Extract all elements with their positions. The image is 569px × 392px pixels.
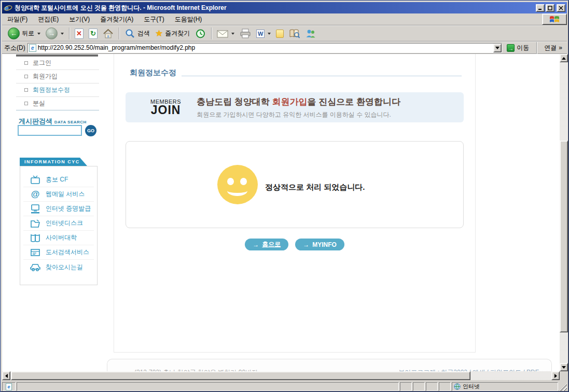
sidebar-item-signup[interactable]: 회원가입 <box>16 70 99 83</box>
info-item-cyber-university[interactable]: 사이버대학 <box>23 231 94 245</box>
mail-button[interactable] <box>214 26 237 41</box>
info-item-internet-disk[interactable]: 인터넷디스크 <box>23 216 94 231</box>
info-item-library-search[interactable]: 도서검색서비스 <box>23 245 94 260</box>
status-pane <box>426 382 438 391</box>
info-item-label: 찾아오시는길 <box>46 263 83 272</box>
sidebar-item-lost[interactable]: 분실 <box>16 97 99 110</box>
favorites-label: 즐겨찾기 <box>165 29 190 38</box>
scroll-left-button[interactable] <box>2 371 10 380</box>
search-button[interactable]: 검색 <box>122 26 152 41</box>
menu-bar: 파일(F) 편집(E) 보기(V) 즐겨찾기(A) 도구(T) 도움말(H) <box>2 13 567 25</box>
forward-button[interactable]: → <box>43 26 66 41</box>
toolbar-separator <box>119 27 119 39</box>
scroll-down-button[interactable] <box>560 363 568 371</box>
word-icon: W <box>256 30 265 38</box>
messenger-button[interactable] <box>302 26 319 41</box>
address-bar: 주소(D) e → 이동 연결 » <box>2 42 567 54</box>
info-item-promo-cf[interactable]: 홍보 CF <box>23 173 94 187</box>
scroll-up-button[interactable] <box>560 54 568 62</box>
vertical-scroll-thumb[interactable] <box>560 141 568 332</box>
board-search-go-button[interactable]: GO <box>85 125 96 136</box>
mail-icon <box>217 30 228 38</box>
board-search-input[interactable] <box>18 125 82 136</box>
status-document-pane: e <box>2 382 16 391</box>
zone-label: 인터넷 <box>463 383 480 390</box>
status-pane <box>413 382 425 391</box>
vertical-scrollbar[interactable] <box>560 54 568 371</box>
sidebar-item-modify-info[interactable]: 회원정보수정 <box>16 83 99 97</box>
back-dropdown-icon[interactable] <box>37 33 40 35</box>
menu-view[interactable]: 보기(V) <box>69 15 90 24</box>
members-join-banner: MEMBERS JOIN 충남도립 청양대학 회원가입을 진심으로 환영합니다 … <box>126 92 464 122</box>
myinfo-pill-button[interactable]: → MYINFO <box>295 239 344 250</box>
resize-grip[interactable] <box>559 383 567 391</box>
sidebar-item-login[interactable]: 로그인 <box>16 57 99 70</box>
search-icon <box>124 29 135 39</box>
home-icon <box>103 29 114 39</box>
history-icon <box>195 29 206 39</box>
book-icon <box>30 233 40 243</box>
mail-dropdown-icon[interactable] <box>231 33 234 35</box>
back-label: 뒤로 <box>22 29 34 38</box>
address-input[interactable] <box>38 44 494 52</box>
go-label: 이동 <box>517 44 529 52</box>
edit-word-button[interactable]: W <box>254 26 273 41</box>
stop-button[interactable]: ✕ <box>72 26 86 41</box>
info-item-certificates[interactable]: 인터넷 증명발급 <box>23 202 94 216</box>
back-button[interactable]: ← 뒤로 <box>5 26 43 41</box>
print-icon <box>240 29 251 38</box>
status-message-pane <box>17 382 399 391</box>
horizontal-scrollbar[interactable] <box>2 371 560 380</box>
history-button[interactable] <box>192 26 209 41</box>
refresh-button[interactable]: ↻ <box>86 26 100 41</box>
address-label: 주소(D) <box>4 44 25 52</box>
toolbar-separator <box>211 27 212 39</box>
members-join-logo: MEMBERS JOIN <box>150 99 181 116</box>
research-button[interactable] <box>286 26 302 41</box>
home-pill-button[interactable]: → 홈으로 <box>245 239 288 250</box>
scroll-right-button[interactable] <box>551 371 560 380</box>
links-button[interactable]: 연결 » <box>542 43 565 53</box>
svg-text:e: e <box>5 4 9 11</box>
menu-tools[interactable]: 도구(T) <box>144 15 164 24</box>
address-dropdown-button[interactable] <box>493 44 502 52</box>
forward-dropdown-icon[interactable] <box>61 33 64 35</box>
square-bullet-icon <box>24 75 28 78</box>
tv-icon <box>30 175 40 185</box>
favorites-button[interactable]: ★ 즐겨찾기 <box>152 26 192 41</box>
info-item-webmail[interactable]: @ 웹메일 서비스 <box>23 187 94 202</box>
menu-help[interactable]: 도움말(H) <box>175 15 202 24</box>
close-button[interactable] <box>557 4 565 12</box>
action-buttons: → 홈으로 → MYINFO <box>126 239 464 250</box>
banner-title-post: 을 진심으로 환영합니다 <box>308 97 400 107</box>
edit-dropdown-icon[interactable] <box>268 33 271 35</box>
menu-file[interactable]: 파일(F) <box>7 15 27 24</box>
ie-logo-icon: e <box>4 4 12 12</box>
address-field[interactable]: e <box>27 43 503 53</box>
minimize-button[interactable] <box>536 4 545 12</box>
result-message-box: 정상적으로 처리 되었습니다. <box>126 141 464 228</box>
maximize-button[interactable] <box>546 4 554 12</box>
status-pane <box>439 382 451 391</box>
links-label: 연결 <box>544 44 557 52</box>
page-footer: (312-702) 충남 청양군 청양읍 벽천리 90번지 뷰어프로그램 : 한… <box>107 359 552 371</box>
discuss-button[interactable] <box>273 26 286 41</box>
page-favicon-icon: e <box>29 44 36 52</box>
windows-flag-icon <box>549 14 560 24</box>
banner-text: 충남도립 청양대학 회원가입을 진심으로 환영합니다 회원으로 가입하시면 다양… <box>197 96 400 119</box>
go-button[interactable]: → 이동 <box>504 43 532 53</box>
home-button[interactable] <box>100 26 116 41</box>
menu-favorites[interactable]: 즐겨찾기(A) <box>100 15 133 24</box>
menu-edit[interactable]: 편집(E) <box>38 15 59 24</box>
banner-title-emphasis: 회원가입 <box>272 97 308 107</box>
folder-icon <box>30 219 40 228</box>
main-content: 회원정보수정 MEMBERS JOIN 충남도립 청양대학 회원가입을 진심으로… <box>114 54 476 353</box>
square-bullet-icon <box>24 102 28 105</box>
links-chevron-icon: » <box>559 44 562 51</box>
horizontal-scroll-thumb[interactable] <box>11 371 470 380</box>
arrow-right-icon: → <box>253 241 259 248</box>
stop-icon: ✕ <box>75 29 84 39</box>
info-item-directions[interactable]: 찾아오시는길 <box>23 260 94 274</box>
banner-title-pre: 충남도립 청양대학 <box>197 97 272 107</box>
print-button[interactable] <box>237 26 254 41</box>
